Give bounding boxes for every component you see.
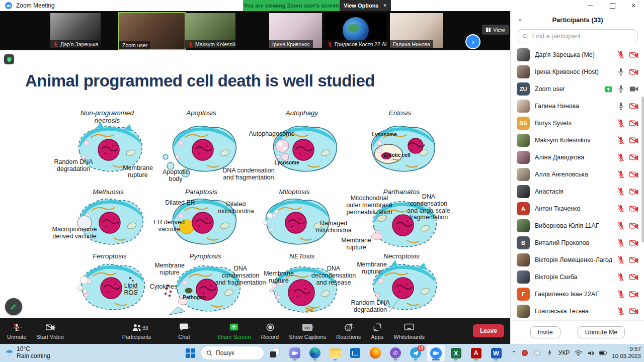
participant-name: Ірина Кривонос (Host) [535,68,612,75]
meeting-info-shield-icon[interactable] [4,54,14,64]
camera-off-icon [629,256,638,263]
diagram-label: Membrane rupture [338,237,374,251]
participant-row[interactable]: Анастасія [511,183,644,200]
tray-expand-icon[interactable]: ⌃ [512,350,516,356]
share-screen-button[interactable]: Share Screen [212,318,256,344]
acrobat-taskbar-icon[interactable]: A [467,345,485,361]
time: 9:57 [612,346,641,353]
participant-row[interactable]: Алла Ангеловська [511,166,644,183]
participant-row[interactable]: BВиталий Прокопов [511,234,644,251]
teams-chat-taskbar-icon[interactable] [286,345,304,361]
next-videos-button[interactable]: › [465,34,480,49]
chat-button[interactable]: ˆChat [173,318,195,344]
participant-row[interactable]: BSBorys Syvets [511,115,644,132]
restore-button[interactable] [606,2,619,10]
mic-icon [617,102,625,111]
telegram-taskbar-icon[interactable]: 13 [407,345,425,361]
video-thumbnail[interactable]: Maksym Kolesnikov [185,13,235,48]
camera-off-icon [629,120,638,127]
excel-taskbar-icon[interactable]: X [447,345,465,361]
video-thumbnail[interactable]: Zoom user [118,12,186,50]
minimize-button[interactable] [584,2,597,10]
language-indicator[interactable]: УКР [558,349,570,356]
show-captions-button[interactable]: CCˆShow Captions [284,318,331,344]
apps-button[interactable]: Apps [366,318,388,344]
microsoft-store-taskbar-icon[interactable] [346,345,364,361]
camera-off-icon [629,205,638,212]
participant-row[interactable]: Аліна Давидкова [511,149,644,166]
firefox-taskbar-icon[interactable] [366,345,384,361]
invite-button[interactable]: Invite [530,326,560,338]
participant-row[interactable]: Вікторія Лемещенко-Лагода [511,251,644,268]
participant-row[interactable]: Maksym Kolesnikov [511,132,644,149]
participant-name: Дар'я Зарецька (Me) [535,51,612,58]
collapse-panel-icon[interactable]: ⌄ [518,16,522,22]
edge-taskbar-icon[interactable] [306,345,324,361]
participant-row[interactable]: Галина Нинова [511,98,644,115]
start-taskbar-icon[interactable] [181,345,199,361]
record-button[interactable]: Record [256,318,284,344]
video-thumbnail[interactable]: Гридасов Костя 22 АГ [325,13,386,48]
mic-muted-icon [617,170,625,179]
weather-widget[interactable]: ☂ 10°CRain coming [0,346,50,360]
camera-off-icon [629,137,638,144]
diagram-label: Cytokines [147,284,180,291]
video-thumbnail[interactable]: Галина Нинова [390,13,443,48]
leave-button[interactable]: Leave [473,324,504,337]
mic-muted-icon [617,290,625,299]
cell-illustration-autophagy [259,121,345,181]
start-video-button[interactable]: ˆStart Video [32,318,69,344]
search-input[interactable] [531,32,633,40]
mic-muted-icon [617,307,625,316]
mic-icon [617,84,625,94]
onedrive-cloud-icon[interactable] [533,349,541,357]
participant-row[interactable]: ZUZoom user [511,80,644,98]
unmute-me-button[interactable]: Unmute Me [578,326,625,338]
find-participant-search[interactable] [518,29,637,43]
participant-name: Галина Нинова [535,103,612,110]
task-view-taskbar-icon[interactable] [266,345,284,361]
annotate-pencil-button[interactable] [5,298,22,315]
viber-taskbar-icon[interactable]: ✆ [386,345,405,361]
participant-row[interactable]: Дар'я Зарецька (Me) [511,46,644,63]
participant-row[interactable]: Вікторія Скиба [511,268,644,286]
participant-row[interactable]: ГГавриленко Іван 22АГ [511,286,644,303]
mic-muted-icon [617,221,625,230]
participants-button[interactable]: 33ˆParticipants [117,318,156,344]
diagram-label: Random DNA degradation [346,300,394,314]
participant-row[interactable]: Глаговська Тетяна [511,303,644,320]
file-explorer-taskbar-icon[interactable] [326,345,344,361]
camera-off-icon [629,239,638,246]
reactions-button[interactable]: ˆReactions [331,318,366,344]
camera-off-icon [629,171,638,178]
search-taskbar-icon[interactable]: Пошук [201,345,264,361]
participant-row[interactable]: AАнтон Ткаченко [511,200,644,217]
participant-row[interactable]: Виборнова Юлія 11АГ [511,217,644,234]
view-options-button[interactable]: View Options▼ [340,0,391,11]
scrollbar-thumb[interactable] [641,97,644,242]
participant-name: Гавриленко Іван 22АГ [535,291,612,298]
battery-icon[interactable] [599,349,607,357]
video-thumbnail[interactable]: Дар'я Зарецька [50,13,101,48]
zoom-taskbar-icon[interactable] [427,345,445,361]
volume-icon[interactable] [587,349,595,357]
slide-title: Animal programmed cell death is well stu… [25,71,478,90]
unmute-button[interactable]: ˆUnmute [2,318,32,344]
mic-muted-icon [617,136,625,145]
diagram-label: Lysosome [272,160,302,165]
video-thumbnail[interactable]: Ірина Кривонос [269,13,322,48]
participant-row[interactable]: Ірина Кривонос (Host) [511,63,644,80]
mic-muted-icon [617,50,625,59]
close-button[interactable]: ✕ [627,2,640,10]
wifi-icon[interactable] [574,349,582,357]
chevron-up-icon: ˆ [142,326,143,331]
microphone-tray-icon[interactable] [546,349,554,357]
participants-list: Дар'я Зарецька (Me)Ірина Кривонос (Host)… [511,46,644,320]
mic-muted-icon [617,153,625,162]
avatar: ZU [517,82,530,96]
word-taskbar-icon[interactable]: W [487,345,505,361]
recording-indicator-icon[interactable] [521,349,529,357]
view-layout-button[interactable]: View [482,25,509,35]
clock[interactable]: 9:57 10.03.2023 [612,346,641,360]
whiteboards-button[interactable]: Whiteboards [388,318,430,344]
